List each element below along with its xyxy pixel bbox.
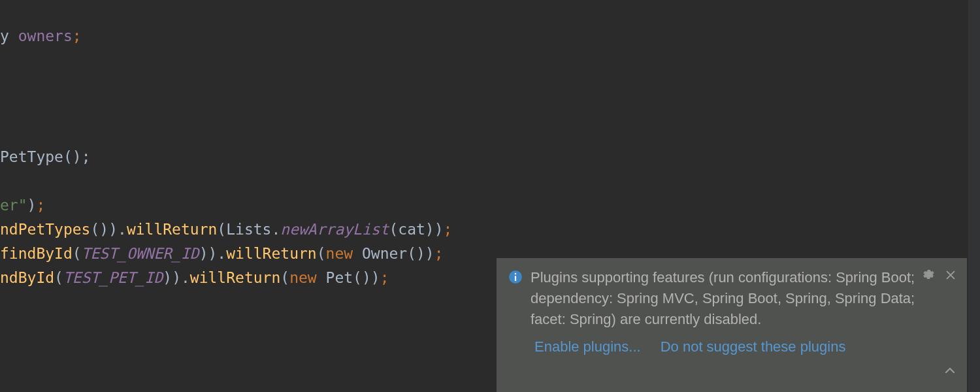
code-line	[0, 121, 980, 145]
code-line	[0, 97, 980, 121]
code-token: TEST_OWNER_ID	[82, 245, 199, 262]
code-token: PetType	[0, 148, 63, 165]
svg-rect-1	[515, 276, 516, 281]
code-token: new	[289, 269, 325, 286]
code-token: ;	[36, 197, 45, 214]
code-token: Owner())	[362, 245, 434, 262]
code-line	[0, 73, 980, 97]
code-token: Pet())	[326, 269, 380, 286]
code-token: ()).	[90, 221, 126, 238]
code-line	[0, 48, 980, 73]
code-token: ndById	[0, 269, 54, 286]
code-line: er");	[0, 193, 980, 218]
error-stripe-bar[interactable]	[968, 0, 980, 392]
code-token: )).	[163, 269, 190, 286]
code-token: ;	[444, 221, 453, 238]
code-token: owners	[18, 27, 73, 44]
code-token: newArrayList	[280, 221, 389, 238]
code-token: (	[54, 269, 63, 286]
code-token: ;	[380, 269, 389, 286]
code-token: (	[317, 245, 326, 262]
info-icon	[508, 269, 523, 284]
code-line	[0, 169, 980, 193]
code-token: willReturn	[226, 245, 316, 262]
code-token: er"	[0, 197, 27, 214]
code-line: y owners;	[0, 24, 980, 48]
code-token: )).	[199, 245, 227, 262]
code-token: ;	[73, 27, 82, 44]
code-token: TEST_PET_ID	[63, 269, 163, 286]
notification-body: Plugins supporting features (run configu…	[508, 267, 955, 330]
close-icon[interactable]	[945, 266, 958, 279]
code-token: ();	[63, 148, 91, 165]
code-token: ndPetTypes	[0, 221, 90, 238]
do-not-suggest-link[interactable]: Do not suggest these plugins	[661, 336, 846, 357]
code-line: PetType();	[0, 145, 980, 169]
code-token: new	[326, 245, 362, 262]
gear-icon[interactable]	[923, 266, 936, 279]
code-token: (	[280, 269, 289, 286]
code-token: (	[73, 245, 82, 262]
svg-rect-2	[515, 273, 516, 274]
code-token: willReturn	[190, 269, 280, 286]
code-line: ndPetTypes()).willReturn(Lists.newArrayL…	[0, 218, 980, 242]
enable-plugins-link[interactable]: Enable plugins...	[534, 336, 641, 357]
code-token: y	[0, 27, 18, 44]
notification-panel: Plugins supporting features (run configu…	[497, 258, 967, 392]
code-token: (cat))	[389, 221, 443, 238]
code-token: (Lists.	[217, 221, 280, 238]
notification-message: Plugins supporting features (run configu…	[523, 267, 955, 330]
chevron-up-icon[interactable]	[943, 362, 956, 375]
code-token: ;	[434, 245, 444, 262]
code-token: willReturn	[127, 221, 217, 238]
code-token: )	[27, 197, 37, 214]
notification-actions: Enable plugins... Do not suggest these p…	[508, 330, 955, 357]
code-token: findById	[0, 245, 73, 262]
